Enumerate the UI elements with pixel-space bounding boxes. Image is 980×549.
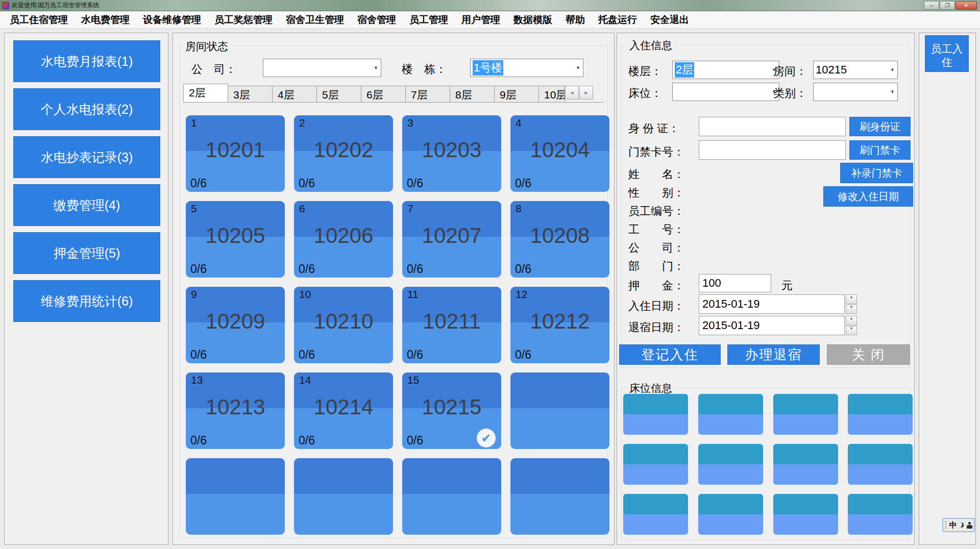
room-tile[interactable]: 13102130/6 [186,372,285,449]
bed-tile[interactable] [698,444,763,485]
menu-item[interactable]: 宿舍管理 [351,11,403,28]
room-tile[interactable]: 2102020/6 [294,115,393,192]
menu-item[interactable]: 帮助 [559,11,592,28]
floor-tab[interactable]: 3层 [228,86,273,102]
moon-icon[interactable] [960,522,964,528]
room-tile[interactable]: 11102110/6 [402,287,501,363]
bed-tile[interactable] [773,494,838,535]
room-tile-empty[interactable] [510,372,609,449]
bed-tile[interactable] [848,394,913,435]
scan-card-button[interactable]: 刷门禁卡 [849,140,911,160]
floor-tab[interactable]: 2层 [183,84,228,102]
deposit-input[interactable] [699,274,771,292]
sidebar-report-button[interactable]: 水电费月报表(1) [13,40,160,82]
menu-item[interactable]: 安全退出 [644,11,696,28]
checkout-button[interactable]: 办理退宿 [727,344,820,365]
bed-tile[interactable] [623,444,688,485]
supplement-card-button[interactable]: 补录门禁卡 [840,163,913,183]
bed-tile[interactable] [848,444,913,485]
spin-down-icon[interactable]: ▼ [846,326,857,336]
menu-item[interactable]: 水电费管理 [75,11,136,28]
room-tile[interactable]: 6102060/6 [294,201,393,278]
menu-item[interactable]: 宿舍卫生管理 [279,11,351,28]
room-number: 10212 [510,309,609,334]
room-tile[interactable]: 7102070/6 [402,201,501,278]
room-tile-empty[interactable] [294,458,393,535]
employee-checkin-button[interactable]: 员工入 住 [925,35,969,72]
language-bar[interactable]: 中 [942,518,975,532]
room-grid: 1102010/62102020/63102030/64102040/65102… [186,115,609,535]
bed-tile[interactable] [698,394,763,435]
room-value: 10215 [816,63,847,77]
spin-up-icon[interactable]: ▲ [846,316,857,326]
scan-id-button[interactable]: 刷身份证 [849,117,911,136]
maximize-icon[interactable]: ❐ [940,1,955,10]
menu-item[interactable]: 员工奖惩管理 [208,11,279,28]
floor-tab[interactable]: 7层 [405,86,450,102]
close-button[interactable]: 关 闭 [827,344,910,365]
menu-item[interactable]: 用户管理 [455,11,507,28]
room-tile[interactable]: 1102010/6 [186,115,285,192]
sidebar-report-button[interactable]: 水电抄表记录(3) [13,136,160,178]
bed-tile[interactable] [623,394,688,435]
sidebar-report-button[interactable]: 个人水电报表(2) [13,88,160,130]
room-tile[interactable]: 12102120/6 [510,287,609,363]
room-index: 13 [191,374,203,386]
bed-tile[interactable] [773,394,838,435]
menu-item[interactable]: 托盘运行 [592,11,644,28]
room-select[interactable]: 10215 ▼ [813,61,898,79]
floor-select[interactable]: 2层 ▼ [672,61,779,79]
register-checkin-button[interactable]: 登记入住 [619,344,721,365]
company-select[interactable]: ▼ [263,59,381,77]
sidebar-report-button[interactable]: 押金管理(5) [13,232,160,274]
menu-item[interactable]: 员工住宿管理 [3,11,75,28]
ime-person-icon[interactable] [966,522,972,529]
room-tile[interactable]: 3102030/6 [402,115,501,192]
checkin-date-input[interactable] [699,294,845,314]
modify-date-button[interactable]: 修改入住日期 [823,186,913,207]
room-tile[interactable]: 15102150/6✔ [402,372,501,449]
scroll-left-icon[interactable]: ◄ [565,86,579,99]
sidebar-report-button[interactable]: 缴费管理(4) [13,184,160,226]
ime-language-indicator[interactable]: 中 [949,520,957,530]
menu-item[interactable]: 设备维修管理 [136,11,208,28]
category-select[interactable]: ▼ [813,83,898,101]
bed-tile[interactable] [773,444,838,485]
close-icon[interactable]: ✕ [955,1,977,10]
room-tile-empty[interactable] [186,458,285,535]
id-input[interactable] [699,117,846,136]
room-tile[interactable]: 9102090/6 [186,287,285,363]
checkin-date-spinner[interactable]: ▲ ▼ [846,294,857,314]
bed-tile[interactable] [623,494,688,535]
floor-tab[interactable]: 8层 [450,86,495,102]
room-tile[interactable]: 4102040/6 [510,115,609,192]
bed-select[interactable]: ▼ [672,83,779,101]
room-tile[interactable]: 14102140/6 [294,372,393,449]
room-tile[interactable]: 5102050/6 [186,201,285,278]
room-tile-empty[interactable] [402,458,501,535]
checkout-date-input[interactable] [699,316,845,335]
menu-item[interactable]: 数据模版 [507,11,559,28]
gender-label: 性 别： [628,185,684,201]
floor-tab[interactable]: 9层 [494,86,539,102]
room-tile[interactable]: 10102100/6 [294,287,393,363]
room-tile-empty[interactable] [510,458,609,535]
spin-down-icon[interactable]: ▼ [846,305,857,314]
sidebar-report-button[interactable]: 维修费用统计(6) [13,280,160,322]
menu-item[interactable]: 员工管理 [403,11,455,28]
building-select[interactable]: 1号楼 ▼ [470,59,583,77]
drag-handle-icon[interactable] [945,521,947,529]
floor-tab[interactable]: 6层 [361,86,406,102]
floor-tab[interactable]: 4层 [272,86,317,102]
checkout-date-spinner[interactable]: ▲ ▼ [846,316,857,335]
spin-up-icon[interactable]: ▲ [846,294,857,304]
floor-tab[interactable]: 10层 [538,86,565,102]
floor-tab[interactable]: 5层 [316,86,361,102]
minimize-icon[interactable]: – [924,1,939,10]
room-tile[interactable]: 8102080/6 [510,201,609,278]
bed-tile[interactable] [698,494,763,535]
card-input[interactable] [699,140,846,160]
scroll-right-icon[interactable]: ► [579,86,593,99]
room-number: 10209 [186,309,285,334]
bed-tile[interactable] [848,494,913,535]
